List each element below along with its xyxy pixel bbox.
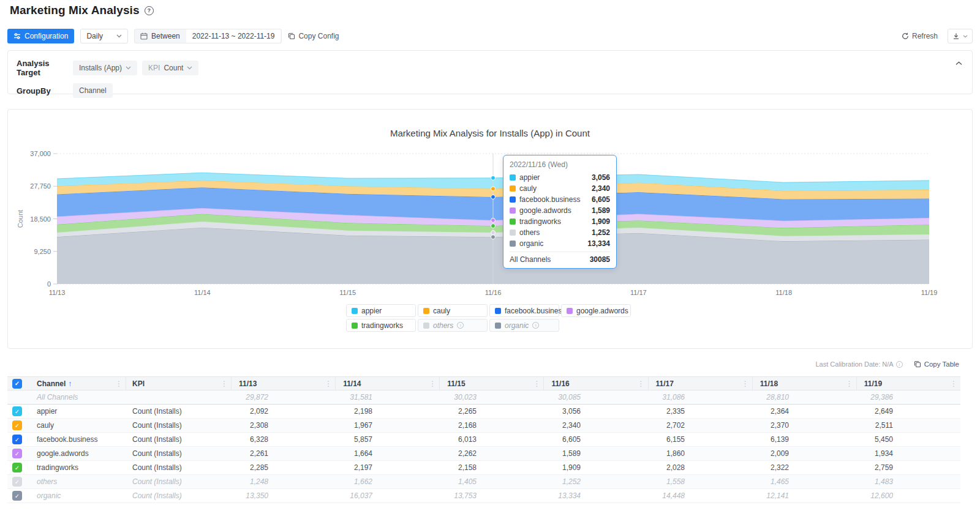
- value-cell: 12,600: [856, 491, 960, 500]
- tooltip-rows: appier3,056cauly2,340facebook.business6,…: [510, 172, 610, 249]
- value-cell: 29,872: [232, 393, 336, 401]
- stacked-area-chart[interactable]: 09,25018,50027,75037,000Count11/1311/141…: [8, 110, 973, 302]
- column-menu-icon[interactable]: ⋮: [950, 379, 957, 388]
- kpi-column-label[interactable]: KPI: [132, 379, 145, 388]
- value-cell: 2,265: [440, 407, 544, 416]
- column-menu-icon[interactable]: ⋮: [221, 379, 228, 388]
- column-menu-icon[interactable]: ⋮: [846, 379, 853, 388]
- legend-item-facebook.business[interactable]: facebook.business: [489, 304, 559, 317]
- table-header-row: ✓Channel↑⋮KPI⋮11/13⋮11/14⋮11/15⋮11/16⋮11…: [7, 376, 960, 390]
- column-menu-icon[interactable]: ⋮: [533, 379, 540, 388]
- date-column-label[interactable]: 11/15: [440, 379, 465, 388]
- value-cell: 2,364: [752, 407, 856, 416]
- channel-column-label[interactable]: Channel: [37, 379, 66, 388]
- copy-table-button[interactable]: Copy Table: [914, 360, 959, 368]
- date-column-label[interactable]: 11/16: [544, 379, 569, 388]
- value-cell: 6,328: [232, 435, 336, 444]
- column-menu-icon[interactable]: ⋮: [429, 379, 436, 388]
- y-tick-label: 18,500: [30, 215, 51, 223]
- row-checkbox-facebook.business[interactable]: ✓: [12, 435, 22, 444]
- row-checkbox-others[interactable]: ✓: [12, 477, 22, 487]
- chevron-down-icon: [963, 35, 968, 38]
- header-date-cell: 11/19⋮: [857, 377, 960, 390]
- kpi-cell: Count (Installs): [126, 407, 232, 416]
- configuration-button[interactable]: Configuration: [7, 29, 74, 43]
- value-cell: 31,581: [336, 393, 440, 401]
- legend-item-tradingworks[interactable]: tradingworks: [346, 319, 416, 332]
- info-icon[interactable]: i: [457, 322, 464, 329]
- value-cell: 1,664: [336, 449, 440, 458]
- row-checkbox-appier[interactable]: ✓: [12, 406, 22, 416]
- tooltip-row: cauly2,340: [510, 183, 610, 194]
- copy-icon: [914, 360, 921, 368]
- refresh-button[interactable]: Refresh: [902, 32, 938, 40]
- column-menu-icon[interactable]: ⋮: [115, 379, 123, 388]
- legend-item-others[interactable]: othersi: [418, 319, 488, 332]
- channel-name-cell: All Channels: [29, 393, 126, 401]
- select-all-checkbox[interactable]: ✓: [12, 379, 22, 389]
- legend-label: appier: [361, 307, 382, 315]
- row-checkbox-cell: ✓: [7, 449, 29, 458]
- sort-ascending-icon[interactable]: ↑: [68, 379, 72, 388]
- row-checkbox-tradingworks[interactable]: ✓: [12, 463, 22, 472]
- frequency-select[interactable]: Daily: [80, 29, 128, 43]
- refresh-icon: [902, 32, 909, 40]
- legend-item-appier[interactable]: appier: [346, 304, 416, 317]
- copy-config-button[interactable]: Copy Config: [288, 32, 339, 40]
- legend-item-organic[interactable]: organici: [489, 319, 559, 332]
- row-checkbox-google.adwords[interactable]: ✓: [12, 449, 22, 458]
- header-channel-cell: Channel↑⋮: [29, 377, 126, 390]
- channel-name-cell: others: [29, 477, 126, 486]
- collapse-panel-button[interactable]: [956, 57, 962, 68]
- download-button[interactable]: [948, 29, 973, 43]
- date-column-label[interactable]: 11/17: [649, 379, 674, 388]
- tooltip-total-value: 30085: [590, 255, 610, 264]
- download-icon: [952, 32, 960, 40]
- tooltip-series-name: appier: [519, 173, 540, 182]
- chevron-down-icon: [116, 34, 122, 38]
- value-cell: 2,322: [752, 463, 856, 472]
- calendar-icon: [140, 32, 148, 40]
- table-row-appier: ✓appierCount (Installs)2,0922,1982,2653,…: [7, 405, 960, 419]
- legend-item-google.adwords[interactable]: google.adwords: [561, 304, 631, 317]
- value-cell: 13,350: [232, 491, 336, 500]
- date-column-label[interactable]: 11/14: [336, 379, 361, 388]
- value-cell: 1,909: [544, 463, 648, 472]
- table-row-tradingworks: ✓tradingworksCount (Installs)2,2852,1972…: [7, 461, 960, 475]
- kpi-cell: Count (Installs): [126, 477, 232, 486]
- date-range-value[interactable]: 2022-11-13 ~ 2022-11-19: [186, 29, 281, 43]
- kpi-cell: Count (Installs): [126, 463, 232, 472]
- date-column-label[interactable]: 11/13: [232, 379, 257, 388]
- legend-item-cauly[interactable]: cauly: [418, 304, 488, 317]
- column-menu-icon[interactable]: ⋮: [638, 379, 645, 388]
- value-cell: 2,511: [856, 421, 960, 430]
- tooltip-row: organic13,334: [510, 238, 610, 249]
- legend-label: cauly: [433, 307, 450, 315]
- toolbar: Configuration Daily Between 2022-11-13 ~…: [7, 29, 973, 43]
- table-row-google-adwords: ✓google.adwordsCount (Installs)2,2611,66…: [7, 447, 960, 461]
- row-checkbox-organic[interactable]: ✓: [12, 491, 22, 501]
- kpi-select[interactable]: KPI Count: [142, 61, 198, 75]
- series-swatch-cauly: [510, 185, 516, 192]
- column-menu-icon[interactable]: ⋮: [325, 379, 332, 388]
- info-icon[interactable]: i: [896, 361, 903, 368]
- y-tick-label: 37,000: [30, 150, 51, 157]
- analysis-target-label: Analysis Target: [17, 59, 73, 77]
- analysis-target-select[interactable]: Installs (App): [73, 61, 137, 75]
- groupby-value-tag[interactable]: Channel: [73, 83, 113, 98]
- row-checkbox-cauly[interactable]: ✓: [12, 420, 22, 430]
- help-icon[interactable]: ?: [145, 6, 154, 15]
- kpi-cell: Count (Installs): [126, 491, 232, 500]
- date-range-picker[interactable]: Between 2022-11-13 ~ 2022-11-19: [134, 29, 282, 43]
- tooltip-row: facebook.business6,605: [510, 194, 610, 205]
- x-tick-label: 11/18: [775, 289, 792, 296]
- date-column-label[interactable]: 11/19: [857, 379, 882, 388]
- tooltip-series-value: 3,056: [592, 173, 610, 182]
- row-checkbox-cell: ✓: [7, 406, 29, 416]
- series-swatch-appier: [510, 174, 516, 181]
- column-menu-icon[interactable]: ⋮: [742, 379, 749, 388]
- date-column-label[interactable]: 11/18: [753, 379, 778, 388]
- info-icon[interactable]: i: [532, 322, 539, 329]
- value-cell: 13,753: [440, 491, 544, 500]
- value-cell: 2,198: [336, 407, 440, 416]
